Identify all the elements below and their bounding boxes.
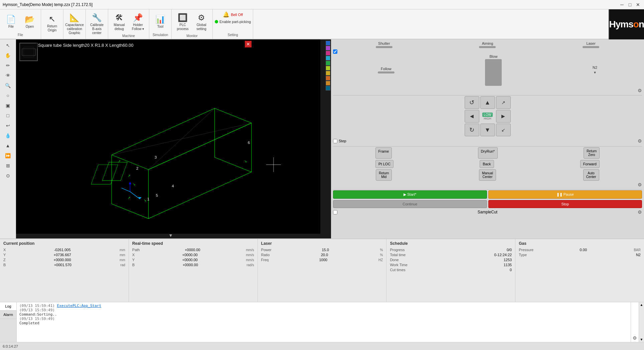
svg-text:↘: ↘ (144, 198, 146, 202)
file-group-label: File (16, 32, 24, 37)
global-setting-button[interactable]: ⚙ Globalsetting (192, 11, 210, 33)
pause-button[interactable]: ❚❚ Pause (488, 190, 642, 199)
swatch-yellow-green[interactable] (326, 66, 330, 70)
step-row: Step ⚙ (333, 138, 642, 144)
step-gear-button[interactable]: ⚙ (638, 138, 642, 144)
aiming-label: Aiming (482, 41, 493, 45)
viewport-hscrollbar[interactable] (16, 234, 320, 238)
frame-button[interactable]: Frame (375, 147, 392, 159)
left-expand[interactable]: ⊞ (2, 161, 14, 170)
step-label[interactable]: Step (339, 139, 346, 143)
back-button[interactable]: Back (480, 160, 494, 168)
manual-center-button[interactable]: ManualCenter (479, 169, 496, 181)
minimize-button[interactable]: ─ (619, 1, 625, 8)
log-tab-log[interactable]: Log (0, 302, 16, 311)
left-zoom-in[interactable]: 🔍 (2, 81, 14, 90)
tool-button[interactable]: 📊 Tool (151, 12, 169, 32)
maximize-button[interactable]: □ (627, 1, 633, 8)
n2-dropdown[interactable]: ▾ (594, 70, 596, 75)
left-pen-tool[interactable]: ✏ (2, 61, 14, 70)
log-scroll-down[interactable]: ▼ (639, 322, 644, 342)
sample-cut-gear[interactable]: ⚙ (638, 209, 642, 215)
return-mid-button[interactable]: ReturnMid (376, 169, 392, 181)
return-zero-button[interactable]: ReturnZero (584, 147, 600, 159)
log-gear-button[interactable]: ⚙ (632, 335, 637, 341)
move-up-button[interactable]: ▲ (480, 96, 495, 109)
open-button[interactable]: 📂 Open (21, 12, 39, 32)
left-undo[interactable]: ↩ (2, 121, 14, 130)
step-checkbox[interactable] (333, 139, 337, 143)
swatch-teal[interactable] (326, 86, 330, 91)
swatch-gold[interactable] (326, 71, 330, 75)
swatch-dark-orange[interactable] (326, 81, 330, 85)
main-checkbox[interactable] (333, 49, 337, 54)
speed-low-badge[interactable]: LOW (482, 113, 493, 117)
left-fill[interactable]: ▲ (2, 141, 14, 150)
logo-area: Hymson (609, 9, 644, 39)
log-scroll-up[interactable]: ▲ (639, 302, 644, 322)
capacitance-cal-button[interactable]: 📐 CapacitancecalibrationGraphic (65, 11, 84, 37)
swatch-cyan[interactable] (326, 56, 330, 60)
viewport[interactable]: Square tube Side length20 X R1.8 X Lengt… (16, 39, 325, 238)
laser-bar[interactable] (583, 46, 599, 48)
left-eye-tool[interactable]: 👁 (2, 71, 14, 80)
start-button[interactable]: ▶ Start* (333, 190, 487, 199)
settings-gear-button[interactable]: ⚙ (638, 88, 642, 93)
sample-cut-label[interactable]: SampleCut (478, 210, 497, 214)
viewport-close-button[interactable]: ✕ (245, 41, 252, 47)
laser-panel: Laser Power 15.0 % Ratio 20.0 % Freq 100… (258, 239, 387, 302)
viewport-scrollbar[interactable] (320, 39, 325, 238)
holder-follow-button[interactable]: 📌 HolderFollow ▾ (129, 11, 147, 33)
forward-button[interactable]: Forward (580, 160, 600, 168)
rotate-ccw-button[interactable]: ↺ (465, 96, 479, 109)
swatch-pink[interactable] (326, 51, 330, 55)
viewport-canvas[interactable]: 1 2 3 4 5 6 ↗ ↗ ↘ ↗ ↘ ↘ (16, 39, 325, 238)
shutter-bar[interactable] (376, 46, 392, 48)
bell-off-item[interactable]: 🔔 Bell Off (223, 11, 243, 18)
log-entry-4: (09/13 15:59:49) (19, 317, 628, 321)
move-left-button[interactable]: ◄ (465, 110, 479, 123)
left-drop[interactable]: 💧 (2, 131, 14, 140)
auto-center-button[interactable]: AutoCenter (583, 169, 599, 181)
swatch-green[interactable] (326, 61, 330, 65)
left-pan-tool[interactable]: ✋ (2, 51, 14, 60)
left-settings[interactable]: ⊙ (2, 171, 14, 180)
continue-button[interactable]: Continue (333, 200, 487, 208)
stop-button[interactable]: Stop (488, 200, 642, 208)
pt-loc-button[interactable]: Pt LOC (375, 160, 393, 168)
left-circle-tool[interactable]: ○ (2, 91, 14, 100)
move-right-button[interactable]: ► (496, 110, 511, 123)
move-down-button[interactable]: ▼ (480, 124, 495, 136)
return-origin-button[interactable]: ↖ ReturnOrigin (43, 13, 61, 34)
point-5-label: 5 (156, 193, 158, 197)
enable-part-picking-item[interactable]: Enable part-picking (215, 20, 251, 24)
gear-row: ⚙ (333, 88, 642, 93)
sample-cut-checkbox[interactable] (333, 210, 337, 214)
aiming-group: Aiming (479, 41, 496, 48)
close-button[interactable]: ✕ (635, 1, 641, 8)
plc-process-button[interactable]: 🔲 PLCprocess (174, 11, 192, 33)
move-down-right-button[interactable]: ↙ (496, 124, 511, 136)
swatch-purple[interactable] (326, 46, 330, 50)
left-step-forward[interactable]: ⏩ (2, 151, 14, 160)
swatch-orange[interactable] (326, 76, 330, 80)
blow-bar[interactable] (485, 59, 502, 86)
log-tab-alarm[interactable]: Alarm (0, 311, 16, 319)
log-tabs: Log Alarm (0, 302, 17, 342)
log-link-1[interactable]: ExecutePLC:App_Start (57, 304, 101, 308)
swatch-blue[interactable] (326, 41, 330, 45)
action-gear-button[interactable]: ⚙ (638, 182, 642, 187)
aiming-bar[interactable] (479, 46, 496, 48)
calibrate-baxis-button[interactable]: 🔧 CalibrateB-axis center (88, 11, 106, 37)
left-select-tool[interactable]: ↖ (2, 41, 14, 50)
dry-run-button[interactable]: DryRun* (478, 147, 498, 159)
layer-expand-button[interactable]: ▾ (169, 232, 172, 238)
manual-debug-button[interactable]: 🛠 Manualdebug (110, 11, 128, 33)
left-rect[interactable]: □ (2, 111, 14, 120)
speed-y-row: Y +0000.00 mm/s (132, 258, 254, 262)
follow-bar[interactable] (378, 71, 394, 73)
left-layers[interactable]: ▣ (2, 101, 14, 110)
rotate-cw-button[interactable]: ↻ (465, 124, 479, 136)
move-up-right-button[interactable]: ↗ (496, 96, 511, 109)
file-new-button[interactable]: 📄 File (2, 12, 20, 32)
